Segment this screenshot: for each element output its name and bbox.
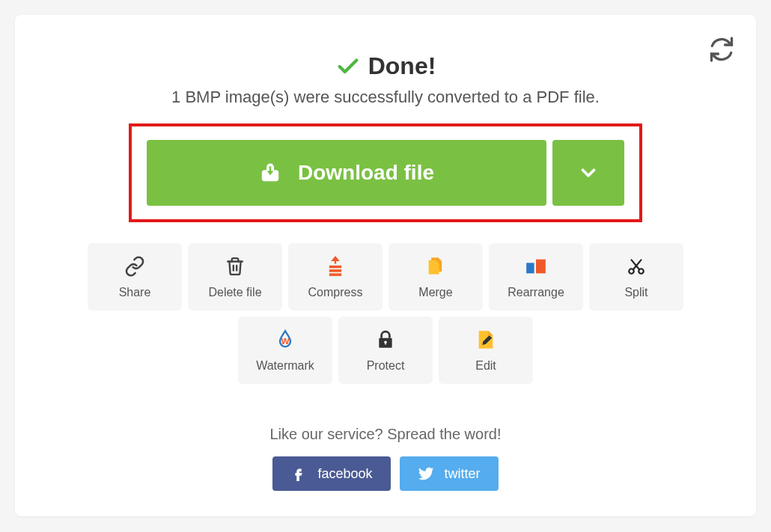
- chevron-down-icon: [577, 162, 600, 184]
- facebook-icon: [290, 465, 307, 482]
- action-edit[interactable]: Edit: [439, 317, 533, 384]
- link-icon: [124, 254, 145, 278]
- facebook-share-button[interactable]: facebook: [272, 456, 390, 491]
- download-dropdown-button[interactable]: [552, 140, 624, 206]
- files-icon: [425, 254, 446, 278]
- svg-rect-4: [329, 269, 341, 272]
- action-label: Share: [119, 286, 151, 299]
- done-title: Done!: [368, 52, 436, 80]
- action-label: Edit: [475, 359, 496, 373]
- scissors-icon: [627, 254, 646, 278]
- action-label: Watermark: [256, 359, 314, 373]
- compress-icon: [325, 254, 346, 278]
- download-icon: [259, 162, 281, 184]
- edit-icon: [475, 328, 496, 352]
- lock-icon: [376, 328, 395, 352]
- action-split[interactable]: Split: [589, 243, 683, 311]
- svg-rect-6: [526, 263, 534, 273]
- svg-marker-2: [331, 256, 340, 264]
- action-label: Merge: [418, 286, 452, 299]
- download-highlight-box: Download file: [129, 123, 642, 222]
- watermark-icon: W: [275, 328, 296, 352]
- action-rearrange[interactable]: Rearrange: [489, 243, 583, 311]
- action-delete[interactable]: Delete file: [188, 243, 282, 311]
- action-label: Delete file: [208, 286, 261, 299]
- svg-line-10: [633, 260, 642, 269]
- twitter-share-button[interactable]: twitter: [400, 456, 499, 491]
- action-label: Rearrange: [508, 286, 564, 299]
- action-label: Compress: [308, 286, 363, 299]
- action-compress[interactable]: Compress: [288, 243, 383, 311]
- action-grid: Share Delete file: [45, 243, 726, 384]
- refresh-button[interactable]: [708, 36, 735, 63]
- action-watermark[interactable]: W Watermark: [238, 317, 332, 384]
- trash-icon: [225, 254, 245, 278]
- check-icon: [335, 54, 361, 79]
- svg-rect-5: [329, 273, 341, 276]
- twitter-icon: [418, 465, 434, 482]
- done-subtitle: 1 BMP image(s) were successfully convert…: [45, 88, 726, 107]
- action-merge[interactable]: Merge: [388, 243, 483, 311]
- spread-prompt: Like our service? Spread the word!: [45, 426, 726, 443]
- svg-text:W: W: [281, 336, 289, 346]
- action-share[interactable]: Share: [88, 243, 182, 311]
- action-label: Split: [624, 286, 647, 299]
- svg-line-11: [632, 260, 640, 269]
- svg-rect-15: [385, 342, 386, 344]
- svg-rect-7: [536, 260, 546, 274]
- spread-section: Like our service? Spread the word! faceb…: [45, 426, 726, 491]
- result-card: Done! 1 BMP image(s) were successfully c…: [15, 15, 756, 516]
- svg-rect-3: [329, 266, 341, 269]
- download-button[interactable]: Download file: [147, 140, 546, 206]
- action-label: Protect: [367, 359, 405, 373]
- header: Done! 1 BMP image(s) were successfully c…: [45, 52, 726, 107]
- rearrange-icon: [525, 254, 547, 278]
- action-protect[interactable]: Protect: [338, 317, 433, 384]
